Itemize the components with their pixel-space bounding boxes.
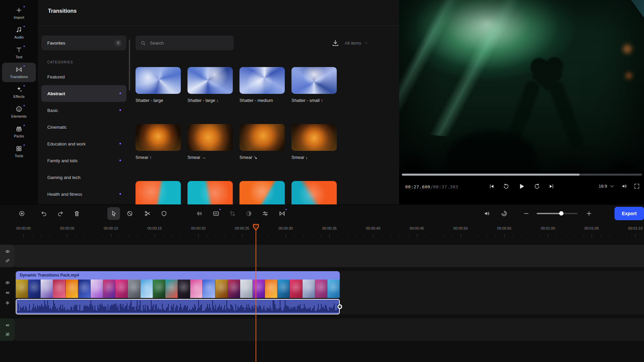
undo-button[interactable] [38,207,50,220]
timeline-ruler[interactable]: 00:00:0000:00:0500:00:1000:00:1500:00:20… [0,222,644,240]
sidebar-item-text[interactable]: Text [2,43,36,62]
category-item-gaming-and-tech[interactable]: Gaming and tech [41,169,126,186]
track-lane-audio[interactable] [15,318,644,341]
speaker-icon[interactable] [5,290,10,295]
select-tool-button[interactable] [107,207,120,220]
transition-item[interactable]: Smear → [187,124,233,160]
waveform-bar [83,310,83,312]
transition-thumbnail[interactable] [187,181,233,204]
transition-item[interactable]: Shatter - medium [239,67,285,103]
category-label: Basic [47,108,58,113]
mask-button[interactable] [158,207,170,220]
zoom-slider[interactable] [537,213,578,214]
transition-thumbnail[interactable] [136,124,181,151]
export-button[interactable]: Export [614,207,644,220]
transition-item[interactable] [239,181,285,204]
video-clip[interactable]: Dynamic Transitions Pack.mp4 [16,271,340,298]
link-off-icon[interactable] [5,332,10,337]
skip-to-start-button[interactable] [489,183,495,189]
download-icon[interactable] [331,39,339,47]
delete-button[interactable] [70,207,83,220]
play-button[interactable] [518,182,526,190]
search-input[interactable] [149,40,220,46]
category-item-cinematic[interactable]: Cinematic [41,119,126,135]
aspect-ratio-dropdown[interactable]: 16:9 [599,183,615,189]
clip-resize-handle[interactable] [337,304,342,309]
ruler-tick [583,236,583,237]
preview-progress-bar[interactable] [402,174,642,176]
transition-item[interactable] [291,181,337,204]
filter-dropdown[interactable]: All items [345,38,368,48]
transition-thumbnail[interactable] [291,67,337,94]
sidebar-item-transitions[interactable]: Transitions [2,63,36,82]
transition-item[interactable]: Smear ↑ [136,124,181,160]
transition-item[interactable]: Smear ↓ [291,124,337,160]
transition-item[interactable] [187,181,233,204]
categories-scrollbar[interactable] [129,40,130,90]
category-item-basic[interactable]: Basic [41,102,126,119]
eye-icon[interactable] [5,280,10,285]
track-lane-overlay[interactable] [15,245,644,267]
crop-button[interactable] [226,207,239,220]
captions-button[interactable]: CC [210,207,222,220]
category-item-featured[interactable]: Featured [41,68,126,85]
record-button[interactable] [15,207,28,220]
timeline-audio-button[interactable] [481,207,493,220]
sidebar-item-tools[interactable]: Tools [2,142,36,161]
waveform-bar [147,305,148,312]
waveform-bar [200,305,201,312]
transition-thumbnail[interactable] [136,67,181,94]
zoom-out-button[interactable] [520,207,533,220]
redo-button[interactable] [54,207,67,220]
transition-item[interactable] [136,181,181,204]
disable-tool-button[interactable] [123,207,136,220]
favorites-item[interactable]: Favorites 0 [41,36,126,50]
transition-item[interactable]: Shatter - large ↓ [187,67,233,103]
adjust-button[interactable] [259,207,272,220]
forward-button[interactable] [534,183,540,190]
transition-thumbnail[interactable] [136,181,181,204]
sidebar-item-audio[interactable]: Audio [2,23,36,43]
link-icon[interactable] [5,258,10,263]
audio-clip[interactable] [16,299,340,314]
transition-item[interactable]: Shatter - large [136,67,181,103]
audio-levels-button[interactable] [193,207,206,220]
volume-icon[interactable] [621,183,628,189]
contrast-button[interactable] [243,207,255,220]
transition-thumbnail[interactable] [239,181,285,204]
ruler-tick [85,236,85,237]
category-item-family-and-kids[interactable]: Family and kids [41,152,126,169]
transition-thumbnail[interactable] [187,67,233,94]
transition-item[interactable]: Shatter - small ↑ [291,67,337,103]
sidebar-item-elements[interactable]: Elements [2,102,36,122]
transition-thumbnail[interactable] [187,124,233,151]
sidebar-item-packs[interactable]: Packs [2,122,36,141]
transition-thumbnail[interactable] [291,124,337,151]
sidebar-item-effects[interactable]: Effects [2,82,36,102]
sidebar-item-import[interactable]: Import [2,3,36,23]
playhead-marker[interactable] [253,224,259,231]
zoom-slider-knob[interactable] [559,211,564,216]
category-item-health-and-fitness[interactable]: Health and fitness [41,186,126,202]
zoom-in-button[interactable] [583,207,595,220]
category-item-abstract[interactable]: Abstract [41,85,126,102]
playhead-line[interactable] [256,229,256,362]
video-preview[interactable] [399,0,644,171]
transition-tool-button[interactable] [276,207,288,220]
eye-icon[interactable] [5,249,10,254]
fullscreen-icon[interactable] [634,183,640,189]
category-item-education-and-work[interactable]: Education and work [41,135,126,152]
transition-thumbnail[interactable] [291,181,337,204]
transition-item[interactable]: Smear ↘ [239,124,285,160]
search-box[interactable] [136,36,234,50]
snowflake-icon[interactable] [5,300,10,305]
rewind-button[interactable] [503,183,509,190]
sticker-tool-button[interactable] [498,207,511,220]
skip-to-end-button[interactable] [548,183,554,189]
speaker-icon[interactable] [5,323,10,328]
transition-thumbnail[interactable] [239,67,285,94]
transition-thumbnail[interactable] [239,124,285,151]
split-button[interactable] [141,207,154,220]
ruler-tick [452,236,452,237]
ruler-tick [522,236,522,237]
